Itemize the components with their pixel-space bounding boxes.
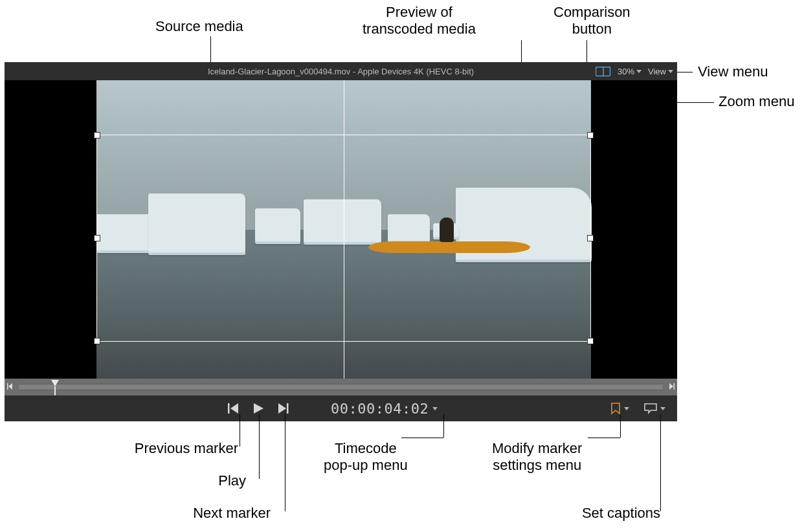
preview-window: Iceland-Glacier-Lagoon_v000494.mov - App… [5,62,677,421]
annotation-play: Play [217,472,246,489]
comparison-split-line[interactable] [344,80,344,379]
playhead[interactable] [51,380,59,386]
view-menu[interactable]: View [648,67,673,76]
annotation-set-captions: Set captions [570,505,660,522]
annotation-preview-transcoded: Preview of transcoded media [363,4,476,38]
svg-rect-10 [287,403,289,414]
annotation-zoom-menu: Zoom menu [719,93,794,110]
window-title: Iceland-Glacier-Lagoon_v000494.mov - App… [5,67,677,76]
zoom-menu[interactable]: 30% [618,67,642,76]
previous-marker-button[interactable] [227,403,240,414]
annotation-source-media: Source media [155,18,243,35]
play-button[interactable] [252,402,265,415]
next-marker-button[interactable] [276,403,289,414]
svg-marker-9 [278,403,286,414]
modify-marker-menu[interactable] [610,402,629,415]
svg-rect-2 [7,383,8,390]
chevron-down-icon [636,70,642,73]
go-to-end-icon[interactable] [665,382,677,392]
titlebar: Iceland-Glacier-Lagoon_v000494.mov - App… [5,62,677,80]
svg-marker-8 [254,403,263,414]
marker-icon [610,402,621,415]
caption-icon [643,403,658,414]
timecode-popup[interactable]: 00:00:04:02 [331,401,438,417]
chevron-down-icon [668,70,673,73]
transport-bar: 00:00:04:02 [5,395,677,421]
comparison-button[interactable] [596,67,611,76]
annotation-modify-marker: Modify marker settings menu [492,440,582,474]
annotation-comparison-button: Comparison button [553,4,631,38]
annotation-previous-marker: Previous marker [102,440,238,457]
timecode-value: 00:00:04:02 [331,401,429,417]
zoom-value: 30% [618,67,634,76]
annotation-view-menu: View menu [698,63,768,80]
svg-marker-7 [230,403,238,414]
timeline-track[interactable] [19,384,663,390]
svg-rect-6 [228,403,230,414]
annotation-next-marker: Next marker [180,505,271,522]
annotation-timecode-popup: Timecode pop-up menu [324,440,408,474]
chevron-down-icon [660,407,665,410]
svg-rect-5 [674,383,675,390]
chevron-down-icon [432,407,438,410]
timeline[interactable] [5,379,677,395]
video-viewer[interactable] [5,80,677,379]
go-to-start-icon[interactable] [5,382,16,392]
set-captions-menu[interactable] [643,403,665,414]
svg-marker-3 [8,383,12,390]
svg-marker-4 [669,383,673,390]
chevron-down-icon [624,407,629,410]
view-label: View [648,67,666,76]
